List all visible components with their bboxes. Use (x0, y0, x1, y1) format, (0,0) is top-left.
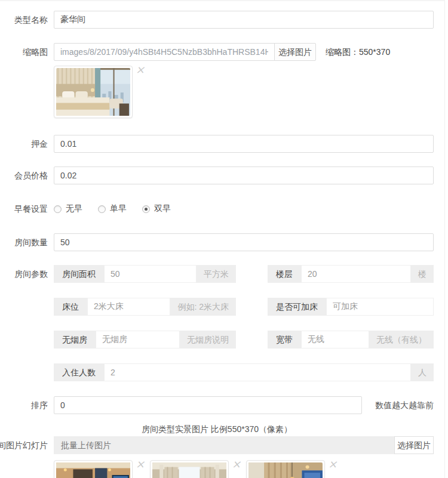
gallery-label-text: 房间图片幻灯片 (0, 436, 48, 454)
param-area-label: 房间面积 (54, 265, 104, 283)
thumbnail-size-note: 缩略图：550*370 (326, 43, 390, 61)
room-type-form: 类型名称 缩略图 选择图片 缩略图：550*370 (0, 0, 445, 478)
param-no-smoking-suffix: 无烟房说明 (180, 331, 236, 349)
param-floor-suffix: 楼 (411, 265, 434, 283)
hotel-room-photo (152, 462, 226, 478)
param-broadband-label: 宽带 (268, 331, 301, 349)
row-sort: 排序 数值越大越靠前 (0, 396, 444, 414)
member-price-label-text: 会员价格 (14, 166, 48, 184)
hotel-room-photo (248, 462, 323, 478)
breakfast-label-text: 早餐设置 (14, 202, 48, 215)
param-bed-label: 床位 (54, 298, 87, 316)
param-floor: 楼层 楼 (268, 265, 434, 283)
gallery-thumb-2-remove-icon[interactable]: × (232, 459, 241, 470)
param-floor-input[interactable] (301, 265, 411, 283)
room-count-label: 房间数量 (0, 233, 54, 251)
gallery-label: 房间图片幻灯片 (0, 436, 54, 454)
radio-icon[interactable] (54, 205, 62, 213)
thumbnail-label-text: 缩略图 (23, 43, 48, 61)
breakfast-option-none[interactable]: 无早 (54, 203, 82, 214)
gallery-thumb-1: × (54, 460, 145, 478)
row-gallery-upload: 房间图片幻灯片 选择图片 (0, 436, 444, 454)
thumbnail-choose-button[interactable]: 选择图片 (274, 43, 316, 61)
row-breakfast: 早餐设置 无早 单早 双早 (0, 202, 444, 215)
sort-input[interactable] (54, 396, 362, 414)
param-occupancy: 入住人数 人 (54, 363, 434, 381)
member-price-label: 会员价格 (0, 166, 54, 184)
deposit-label: 押金 (0, 135, 54, 153)
radio-icon[interactable] (142, 205, 150, 213)
param-extra-bed-label: 是否可加床 (268, 298, 326, 316)
row-member-price: 会员价格 (0, 166, 444, 184)
param-bed-input[interactable] (87, 298, 170, 316)
gallery-heading: 房间类型实景图片 比例550*370（像素） (0, 423, 434, 435)
room-count-input[interactable] (54, 233, 434, 251)
gallery-thumb-2-image (150, 460, 229, 478)
param-occupancy-suffix: 人 (411, 363, 434, 381)
type-name-input[interactable] (54, 11, 434, 29)
gallery-thumb-1-image (54, 460, 133, 478)
breakfast-option-single-label: 单早 (110, 203, 127, 214)
param-bed-suffix: 例如: 2米大床 (170, 298, 236, 316)
room-count-label-text: 房间数量 (14, 233, 48, 251)
sort-label: 排序 (0, 396, 54, 414)
gallery-choose-button[interactable]: 选择图片 (394, 436, 434, 454)
room-params-label: 房间参数 (0, 265, 54, 283)
row-room-count: 房间数量 (0, 233, 444, 251)
param-broadband-suffix: 无线（有线） (369, 331, 434, 349)
deposit-label-text: 押金 (31, 135, 48, 153)
row-deposit: 押金 (0, 135, 444, 153)
param-occupancy-input[interactable] (104, 363, 411, 381)
type-name-label: 类型名称 (0, 11, 54, 29)
hotel-room-photo (56, 462, 130, 478)
member-price-input[interactable] (54, 166, 434, 184)
param-area-suffix: 平方米 (197, 265, 236, 283)
breakfast-option-none-label: 无早 (66, 203, 82, 214)
param-bed: 床位 例如: 2米大床 (54, 298, 236, 316)
param-area: 房间面积 平方米 (54, 265, 236, 283)
param-no-smoking: 无烟房 无烟房说明 (54, 331, 236, 349)
param-extra-bed-input[interactable] (326, 298, 434, 316)
param-area-input[interactable] (104, 265, 197, 283)
row-type-name: 类型名称 (0, 11, 444, 29)
gallery-batch-upload-input[interactable] (54, 436, 394, 454)
radio-icon[interactable] (98, 205, 106, 213)
thumbnail-remove-icon[interactable]: × (136, 64, 145, 75)
sort-label-text: 排序 (31, 396, 48, 414)
param-occupancy-label: 入住人数 (54, 363, 104, 381)
row-thumbnail: 缩略图 选择图片 缩略图：550*370 (0, 43, 444, 61)
sort-note: 数值越大越靠前 (375, 396, 434, 414)
param-broadband-input[interactable] (301, 331, 369, 349)
thumbnail-label: 缩略图 (0, 43, 54, 61)
thumbnail-preview-spacer (0, 66, 54, 84)
param-extra-bed: 是否可加床 (268, 298, 434, 316)
gallery-thumb-1-remove-icon[interactable]: × (136, 459, 145, 470)
thumbnail-preview-image (54, 66, 133, 118)
param-no-smoking-input[interactable] (96, 331, 180, 349)
row-thumbnail-preview: × (0, 66, 444, 118)
param-broadband: 宽带 无线（有线） (268, 331, 434, 349)
row-gallery-thumbs: × (0, 460, 444, 478)
type-name-label-text: 类型名称 (14, 11, 48, 29)
param-floor-label: 楼层 (268, 265, 301, 283)
hotel-room-photo (56, 68, 130, 116)
breakfast-option-single[interactable]: 单早 (98, 203, 127, 214)
row-room-params: 房间参数 房间面积 平方米 楼层 楼 床位 例如: 2米大床 (0, 265, 444, 396)
gallery-thumbs-spacer (0, 460, 54, 478)
breakfast-option-double[interactable]: 双早 (142, 203, 171, 214)
breakfast-label: 早餐设置 (0, 202, 54, 215)
gallery-thumb-2: × (150, 460, 241, 478)
gallery-thumb-3-image (246, 460, 325, 478)
gallery-thumb-3: × (246, 460, 337, 478)
breakfast-option-double-label: 双早 (154, 203, 171, 214)
room-params-label-text: 房间参数 (14, 265, 48, 283)
gallery-thumb-3-remove-icon[interactable]: × (328, 459, 337, 470)
param-no-smoking-label: 无烟房 (54, 331, 96, 349)
thumbnail-path-input[interactable] (54, 43, 275, 61)
deposit-input[interactable] (54, 135, 434, 153)
